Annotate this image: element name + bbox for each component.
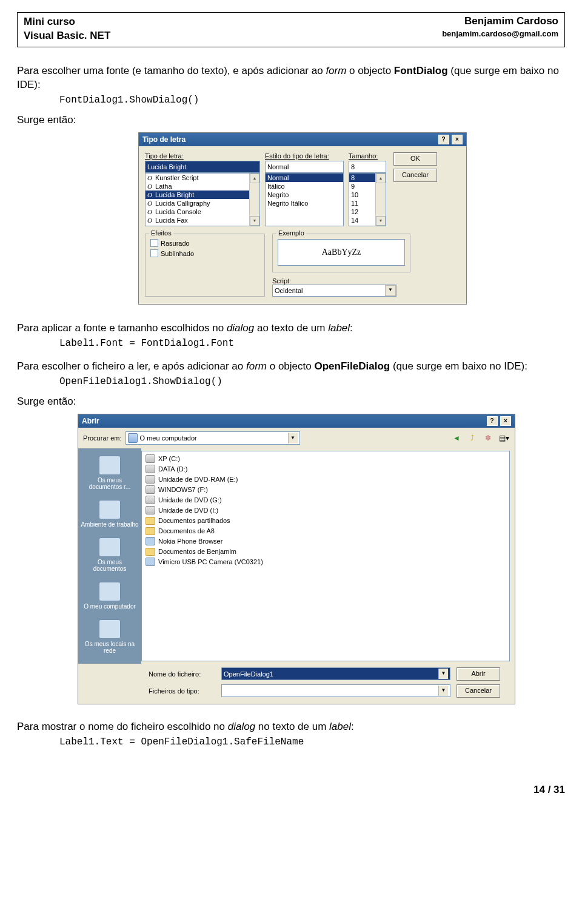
- style-list-item[interactable]: Normal: [266, 174, 343, 182]
- filetype-label: Ficheiros do tipo:: [149, 687, 215, 695]
- drive-icon: [146, 465, 155, 473]
- open-dialog-titlebar: Abrir ? ×: [78, 414, 515, 428]
- ok-button[interactable]: OK: [393, 152, 437, 166]
- folder-icon: [146, 548, 155, 556]
- file-list-item[interactable]: DATA (D:): [146, 464, 506, 474]
- author-name: Benjamim Cardoso: [442, 15, 558, 27]
- font-size-input[interactable]: 8: [349, 161, 386, 173]
- font-dialog-window: Tipo de letra ? × Tipo de letra: Lucida …: [138, 132, 467, 305]
- code-apply-font: Label1.Font = FontDialog1.Font: [59, 338, 565, 349]
- style-list-item[interactable]: Negrito: [266, 191, 343, 199]
- filetype-dropdown[interactable]: ▼: [221, 684, 450, 697]
- chevron-down-icon: ▼: [288, 433, 298, 443]
- up-folder-icon[interactable]: ⤴: [466, 432, 478, 444]
- font-size-list[interactable]: ▲▼ 891011121416: [349, 173, 386, 226]
- lookin-dropdown[interactable]: O meu computador ▼: [125, 431, 300, 445]
- cancel-button[interactable]: Cancelar: [393, 169, 437, 182]
- font-name-input[interactable]: Lucida Bright: [145, 161, 260, 173]
- file-list-item[interactable]: Documentos de A8: [146, 526, 506, 536]
- filename-input[interactable]: OpenFileDialog1 ▼: [221, 667, 450, 680]
- file-list-item[interactable]: Unidade de DVD-RAM (E:): [146, 474, 506, 485]
- page-header: Mini curso Visual Basic. NET Benjamim Ca…: [17, 12, 565, 47]
- places-item[interactable]: Os meus documentos r...: [78, 452, 141, 496]
- places-icon: [99, 456, 121, 475]
- script-label: Script:: [272, 277, 460, 285]
- scrollbar[interactable]: ▲▼: [375, 174, 386, 226]
- code-fontdialog-showdialog: FontDialog1.ShowDialog(): [59, 95, 565, 106]
- effects-legend: Efeitos: [149, 229, 173, 237]
- places-icon: [99, 582, 121, 601]
- strikeout-checkbox[interactable]: Rasurado: [150, 239, 259, 247]
- places-icon: [99, 500, 121, 519]
- places-item[interactable]: Ambiente de trabalho: [78, 496, 141, 534]
- file-list-item[interactable]: Unidade de DVD (G:): [146, 495, 506, 505]
- computer-icon: [128, 433, 138, 443]
- script-dropdown[interactable]: Ocidental ▼: [272, 285, 396, 297]
- font-style-input[interactable]: Normal: [265, 161, 344, 173]
- course-subtitle: Visual Basic. NET: [24, 29, 110, 43]
- close-button[interactable]: ×: [500, 416, 511, 426]
- style-list-item[interactable]: Negrito Itálico: [266, 199, 343, 207]
- file-list-item[interactable]: Vimicro USB PC Camera (VC0321): [146, 557, 506, 567]
- paragraph-show-filename: Para mostrar o nome do ficheiro escolhid…: [17, 720, 565, 734]
- open-dialog-title: Abrir: [82, 417, 99, 425]
- places-item[interactable]: O meu computador: [78, 578, 141, 616]
- font-style-list[interactable]: NormalItálicoNegritoNegrito Itálico: [265, 173, 344, 226]
- places-icon: [99, 538, 121, 557]
- page-number: 14 / 31: [17, 784, 565, 796]
- file-list-item[interactable]: Documentos de Benjamim: [146, 547, 506, 557]
- chevron-down-icon: ▼: [385, 285, 396, 296]
- file-list-item[interactable]: Unidade de DVD (I:): [146, 505, 506, 516]
- drive-icon: [146, 496, 155, 504]
- font-list-item[interactable]: O Lucida Console: [146, 207, 259, 216]
- new-folder-icon[interactable]: ✽: [482, 432, 494, 444]
- font-list-item[interactable]: O Lucida Bright: [146, 191, 259, 199]
- drive-icon: [146, 485, 155, 494]
- font-list-item[interactable]: O Lucida Fax: [146, 216, 259, 224]
- course-title: Mini curso: [24, 15, 110, 29]
- places-item[interactable]: Os meus locais na rede: [78, 616, 141, 660]
- paragraph-openfiledialog-intro: Para escolher o ficheiro a ler, e após a…: [17, 360, 565, 374]
- drive-icon: [146, 454, 155, 463]
- paragraph-apply-font: Para aplicar a fonte e tamanho escolhido…: [17, 322, 565, 336]
- back-icon[interactable]: ◄: [450, 432, 463, 444]
- font-list-item[interactable]: O Lucida Handwriting: [146, 224, 259, 226]
- open-button[interactable]: Abrir: [457, 667, 500, 681]
- device-icon: [146, 537, 155, 545]
- help-button[interactable]: ?: [438, 135, 449, 144]
- code-show-filename: Label1.Text = OpenFileDialog1.SafeFileNa…: [59, 737, 565, 747]
- underline-checkbox[interactable]: Sublinhado: [150, 249, 259, 257]
- folder-icon: [146, 517, 155, 525]
- views-icon[interactable]: ▤▾: [498, 432, 510, 444]
- font-name-list[interactable]: ▲▼ O Kunstler ScriptO LathaO Lucida Brig…: [145, 173, 260, 226]
- filename-label: Nome do ficheiro:: [149, 670, 215, 678]
- places-item[interactable]: Os meus documentos: [78, 534, 141, 578]
- font-list-item[interactable]: O Kunstler Script: [146, 174, 259, 182]
- label-surge-2: Surge então:: [17, 396, 565, 408]
- style-list-item[interactable]: Itálico: [266, 182, 343, 191]
- chevron-down-icon: ▼: [438, 669, 448, 679]
- label-font: Tipo de letra:: [145, 152, 260, 160]
- font-list-item[interactable]: O Latha: [146, 182, 259, 191]
- lookin-label: Procurar em:: [83, 434, 122, 442]
- chevron-down-icon: ▼: [438, 686, 448, 696]
- close-button[interactable]: ×: [452, 135, 463, 144]
- label-surge-1: Surge então:: [17, 114, 565, 126]
- label-style: Estilo do tipo de letra:: [265, 152, 344, 160]
- file-list-item[interactable]: Documentos partilhados: [146, 516, 506, 526]
- file-list[interactable]: XP (C:)DATA (D:)Unidade de DVD-RAM (E:)W…: [141, 451, 510, 661]
- help-button[interactable]: ?: [487, 416, 498, 426]
- code-openfiledialog-showdialog: OpenFileDialog1.ShowDialog(): [59, 376, 565, 387]
- scrollbar[interactable]: ▲▼: [249, 174, 259, 226]
- open-file-dialog-window: Abrir ? × Procurar em: O meu computador …: [78, 414, 515, 704]
- font-dialog-titlebar: Tipo de letra ? ×: [139, 133, 466, 146]
- font-list-item[interactable]: O Lucida Calligraphy: [146, 199, 259, 207]
- places-icon: [99, 619, 121, 639]
- file-list-item[interactable]: XP (C:): [146, 454, 506, 464]
- drive-icon: [146, 475, 155, 484]
- file-list-item[interactable]: Nokia Phone Browser: [146, 536, 506, 547]
- font-dialog-title: Tipo de letra: [142, 135, 186, 144]
- file-list-item[interactable]: WINDOWS7 (F:): [146, 485, 506, 495]
- places-bar: Os meus documentos r...Ambiente de traba…: [78, 448, 141, 664]
- cancel-button[interactable]: Cancelar: [457, 684, 500, 698]
